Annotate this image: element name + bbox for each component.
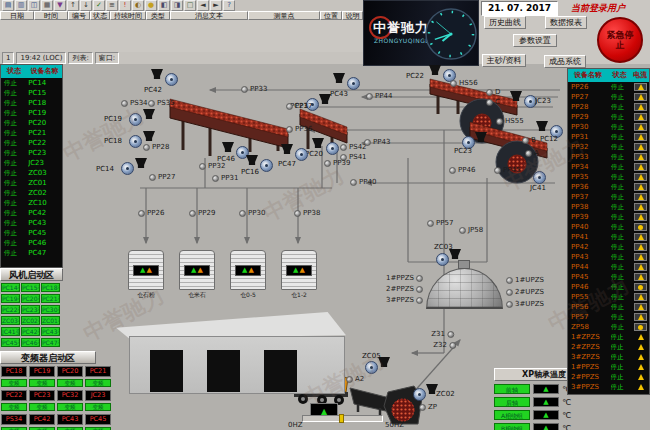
- indicator-dot-icon[interactable]: [199, 163, 206, 170]
- indicator-dot-icon[interactable]: [525, 150, 532, 157]
- device-row[interactable]: 2#PPZS 停止: [568, 372, 649, 382]
- device-row[interactable]: PP30 停止: [568, 122, 649, 132]
- indicator-dot-icon[interactable]: [189, 210, 196, 217]
- fan-icon[interactable]: [129, 135, 142, 148]
- indicator-dot-icon[interactable]: [364, 139, 371, 146]
- indicator-dot-icon[interactable]: [416, 297, 423, 304]
- frequency-slider-handle[interactable]: [339, 414, 344, 423]
- device-row[interactable]: 停止 PC46: [1, 238, 62, 248]
- vfd-mode-button[interactable]: 变频: [57, 379, 83, 387]
- device-row[interactable]: 3#PPZS 停止: [568, 382, 649, 392]
- indicator-dot-icon[interactable]: [138, 210, 145, 217]
- fan-icon[interactable]: [121, 162, 134, 175]
- device-row[interactable]: 停止 PC43: [1, 218, 62, 228]
- device-row[interactable]: PP35 停止: [568, 172, 649, 182]
- indicator-dot-icon[interactable]: [143, 144, 150, 151]
- fan-icon[interactable]: [436, 253, 449, 266]
- fan-icon[interactable]: [533, 171, 546, 184]
- indicator-dot-icon[interactable]: [239, 210, 246, 217]
- device-row[interactable]: 停止 ZC10: [1, 198, 62, 208]
- fan-start-button[interactable]: PC22变频: [1, 305, 20, 314]
- device-row[interactable]: PP44 停止: [568, 262, 649, 272]
- device-row[interactable]: PP29 停止: [568, 112, 649, 122]
- indicator-dot-icon[interactable]: [324, 160, 331, 167]
- vfd-mode-button[interactable]: 变频: [1, 403, 27, 411]
- vfd-device-button[interactable]: PC20: [57, 366, 83, 377]
- indicator-dot-icon[interactable]: [506, 277, 513, 284]
- device-row[interactable]: PP33 停止: [568, 152, 649, 162]
- device-row[interactable]: PP41 停止: [568, 232, 649, 242]
- device-row[interactable]: PP28 停止: [568, 102, 649, 112]
- device-row[interactable]: PP45 停止: [568, 272, 649, 282]
- fan-start-button[interactable]: PC21变频: [41, 294, 60, 303]
- silo[interactable]: ▲ ▲ 仓0-5: [230, 250, 266, 300]
- vfd-device-button[interactable]: PC23: [29, 390, 55, 401]
- fan-icon[interactable]: [413, 388, 426, 401]
- device-row[interactable]: 停止 PC20: [1, 118, 62, 128]
- vfd-device-button[interactable]: PC42: [29, 414, 55, 425]
- temp-point-button[interactable]: 前轴: [494, 384, 530, 394]
- indicator-dot-icon[interactable]: [366, 93, 373, 100]
- fan-start-button[interactable]: PC15变频: [21, 283, 40, 292]
- temp-point-button[interactable]: B相绕组: [494, 423, 530, 430]
- fan-start-button[interactable]: ZC03变频: [1, 316, 20, 325]
- indicator-dot-icon[interactable]: [506, 289, 513, 296]
- fan-start-button[interactable]: PC45变频: [1, 338, 20, 347]
- device-row[interactable]: PP56 停止: [568, 302, 649, 312]
- indicator-dot-icon[interactable]: [427, 220, 434, 227]
- device-row[interactable]: 停止 PC18: [1, 98, 62, 108]
- indicator-dot-icon[interactable]: [121, 100, 128, 107]
- device-row[interactable]: 停止 PC21: [1, 128, 62, 138]
- device-row[interactable]: 1#PPZS 停止: [568, 362, 649, 372]
- indicator-dot-icon[interactable]: [241, 86, 248, 93]
- vfd-device-button[interactable]: PC45: [85, 414, 111, 425]
- silo[interactable]: ▲ ▲ 仓1-2: [281, 250, 317, 300]
- fan-start-button[interactable]: PC19变频: [1, 294, 20, 303]
- fan-icon[interactable]: [326, 142, 339, 155]
- fan-icon[interactable]: [165, 73, 178, 86]
- fan-start-button[interactable]: PC14变频: [1, 283, 20, 292]
- indicator-dot-icon[interactable]: [459, 227, 466, 234]
- indicator-dot-icon[interactable]: [449, 167, 456, 174]
- device-row[interactable]: PP34 停止: [568, 162, 649, 172]
- grizzly-feeder[interactable]: [350, 388, 390, 416]
- device-row[interactable]: PP40 停止: [568, 222, 649, 232]
- indicator-dot-icon[interactable]: [449, 342, 456, 349]
- device-row[interactable]: PP46 停止: [568, 282, 649, 292]
- device-row[interactable]: PP55 停止: [568, 292, 649, 302]
- vfd-device-button[interactable]: PC32: [57, 390, 83, 401]
- vfd-mode-button[interactable]: 变频: [85, 403, 111, 411]
- device-row[interactable]: PP37 停止: [568, 192, 649, 202]
- device-row[interactable]: 停止 ZC01: [1, 178, 62, 188]
- device-row[interactable]: 停止 PC45: [1, 228, 62, 238]
- fan-start-button[interactable]: PC23变频: [21, 305, 40, 314]
- temp-point-button[interactable]: 后轴: [494, 397, 530, 407]
- fan-icon[interactable]: [129, 113, 142, 126]
- fan-start-button[interactable]: PC20变频: [21, 294, 40, 303]
- device-row[interactable]: 停止 PC22: [1, 138, 62, 148]
- vfd-mode-button[interactable]: 变频: [57, 403, 83, 411]
- fan-icon[interactable]: [295, 148, 308, 161]
- device-row[interactable]: PP26 停止: [568, 82, 649, 92]
- fan-icon[interactable]: [260, 159, 273, 172]
- indicator-dot-icon[interactable]: [450, 80, 457, 87]
- vfd-mode-button[interactable]: 变频: [29, 403, 55, 411]
- indicator-dot-icon[interactable]: [286, 126, 293, 133]
- indicator-dot-icon[interactable]: [148, 100, 155, 107]
- device-row[interactable]: 停止 PC15: [1, 88, 62, 98]
- vfd-device-button[interactable]: PC18: [1, 366, 27, 377]
- device-row[interactable]: PP39 停止: [568, 212, 649, 222]
- vfd-device-button[interactable]: PC21: [85, 366, 111, 377]
- device-row[interactable]: PP27 停止: [568, 92, 649, 102]
- device-row[interactable]: 停止 ZC02: [1, 188, 62, 198]
- device-row[interactable]: PP38 停止: [568, 202, 649, 212]
- device-row[interactable]: 停止 ZC03: [1, 168, 62, 178]
- indicator-dot-icon[interactable]: [416, 286, 423, 293]
- vfd-device-button[interactable]: PC43: [57, 414, 83, 425]
- device-row[interactable]: 停止 PC19: [1, 108, 62, 118]
- fan-start-button[interactable]: PC30变频: [41, 305, 60, 314]
- indicator-dot-icon[interactable]: [416, 275, 423, 282]
- device-row[interactable]: 停止 PC42: [1, 208, 62, 218]
- device-row[interactable]: PP32 停止: [568, 142, 649, 152]
- indicator-dot-icon[interactable]: [496, 118, 503, 125]
